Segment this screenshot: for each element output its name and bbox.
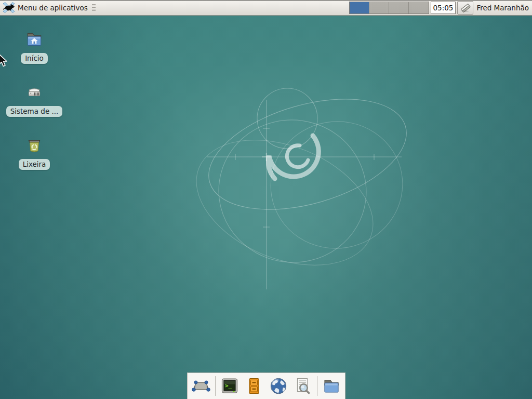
desktop-icon-filesystem[interactable]: Sistema de ... xyxy=(9,83,59,117)
terminal-launcher-button[interactable]: >_ xyxy=(219,376,240,396)
panel-clock[interactable]: 05:05 xyxy=(431,2,456,14)
launcher-dock: >_ xyxy=(187,373,345,399)
desktop-icon-home[interactable]: Início xyxy=(9,30,59,64)
file-cabinet-launcher-button[interactable] xyxy=(244,376,264,396)
workspace-1[interactable] xyxy=(350,2,369,14)
application-finder-launcher-button[interactable] xyxy=(292,376,313,396)
application-finder-icon xyxy=(293,376,313,396)
eraser-icon xyxy=(460,3,471,13)
workspace-switcher[interactable] xyxy=(349,2,429,14)
workspace-2[interactable] xyxy=(369,2,389,14)
applications-menu-label: Menu de aplicativos xyxy=(18,4,88,12)
workspace-3[interactable] xyxy=(389,2,409,14)
terminal-icon: >_ xyxy=(220,376,240,396)
file-manager-launcher-button[interactable] xyxy=(321,376,342,396)
dock-separator xyxy=(317,376,317,396)
folder-icon xyxy=(322,376,341,396)
debian-xfce-desktop: Início Sistema de ... xyxy=(0,0,532,399)
show-desktop-button[interactable] xyxy=(191,376,211,396)
dock-separator xyxy=(215,376,216,396)
top-panel: Menu de aplicativos 05:05 Fred Maranhão xyxy=(0,0,532,16)
desktop-icon-trash[interactable]: Lixeira xyxy=(9,136,59,170)
home-folder-icon xyxy=(25,30,44,49)
web-browser-globe-icon xyxy=(269,376,288,396)
debian-lines-wallpaper-art xyxy=(0,0,532,399)
web-browser-launcher-button[interactable] xyxy=(268,376,289,396)
logged-in-user-name[interactable]: Fred Maranhão xyxy=(476,4,529,12)
workspace-4[interactable] xyxy=(409,2,429,14)
xfce-mouse-logo-icon xyxy=(3,2,16,14)
file-cabinet-icon xyxy=(244,376,264,396)
filesystem-drive-icon xyxy=(25,83,44,102)
panel-grip-handle-icon[interactable] xyxy=(92,4,96,12)
desktop-icon-label: Sistema de ... xyxy=(6,106,63,117)
applications-menu-button[interactable]: Menu de aplicativos xyxy=(0,1,99,15)
trash-icon xyxy=(25,136,44,155)
desktop-background[interactable]: Início Sistema de ... xyxy=(0,16,532,399)
svg-text:>_: >_ xyxy=(225,382,232,389)
show-desktop-icon xyxy=(191,376,211,396)
desktop-icon-label: Início xyxy=(21,53,48,64)
desktop-icon-label: Lixeira xyxy=(19,159,50,170)
session-action-button[interactable] xyxy=(457,1,473,15)
